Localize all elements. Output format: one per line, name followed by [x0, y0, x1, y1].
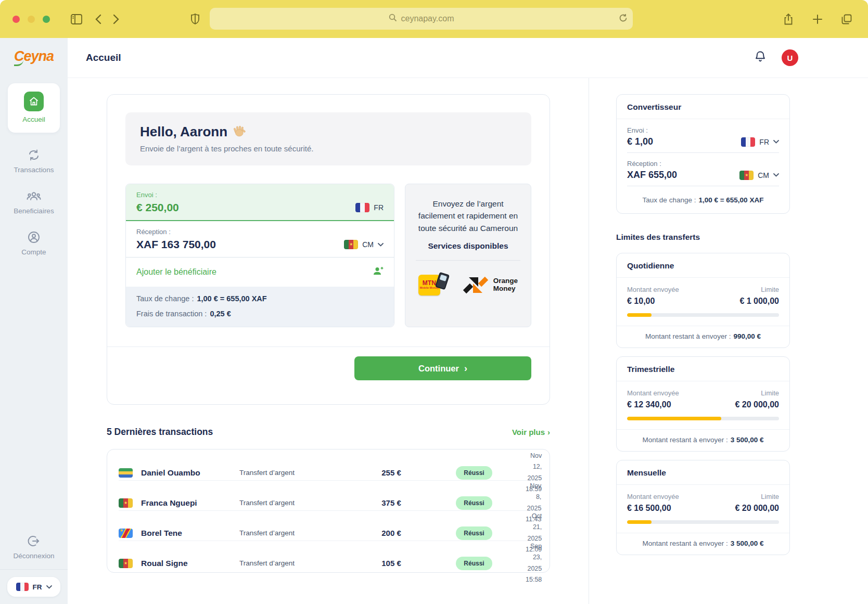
services-blurb: Envoyez de l’argent facilement et rapide…	[415, 198, 521, 234]
waving-hand-icon	[233, 124, 246, 140]
send-field[interactable]: Envoi : € 250,00 FR	[126, 184, 394, 221]
transaction-amount: 375 €	[360, 498, 423, 507]
add-beneficiary-button[interactable]: Ajouter le bénéficiaire	[126, 258, 394, 287]
fee-label: Frais de transaction :	[136, 310, 207, 318]
transaction-row[interactable]: Franca Nguepi Transfert d’argent 375 € R…	[119, 481, 538, 511]
limit-card-mensuelle: Mensuelle Montant envoyée Limite € 16 50…	[616, 460, 790, 555]
transaction-amount: 255 €	[360, 468, 423, 477]
zoom-window-button[interactable]	[43, 16, 50, 23]
chevron-down-icon	[773, 173, 779, 177]
converter-send-field[interactable]: Envoi : € 1,00 FR	[627, 126, 779, 153]
remaining-amount: Montant restant à envoyer :3 500,00 €	[617, 533, 789, 555]
receive-field[interactable]: Réception : XAF 163 750,00 CM	[126, 221, 394, 258]
ceyna-logo: Ceyna	[14, 48, 54, 65]
sidebar-divider	[0, 569, 68, 570]
sidebar-toggle-icon[interactable]	[68, 10, 85, 28]
status-badge: Réussi	[456, 526, 492, 540]
converter-title: Convertisseur	[617, 95, 789, 119]
reload-icon[interactable]	[619, 14, 628, 24]
converter-receive-country-selector[interactable]: CM	[739, 171, 779, 180]
sent-label: Montant envoyée	[627, 389, 679, 397]
user-avatar[interactable]: U	[782, 49, 798, 66]
limit-card-title: Quotidienne	[617, 253, 789, 278]
gabon-flag-icon	[119, 468, 133, 478]
transactions-title: 5 Dernières transactions	[107, 427, 213, 438]
beneficiaries-icon	[27, 189, 41, 203]
send-country-selector[interactable]: FR	[355, 203, 384, 212]
converter-receive-input[interactable]: XAF 655,00	[627, 170, 677, 181]
transfer-card: Hello, Aaronn Envoie de l’argent à tes p…	[107, 94, 550, 405]
chevron-down-icon	[46, 585, 52, 589]
limit-label: Limite	[761, 286, 779, 293]
forward-button[interactable]	[107, 10, 125, 28]
privacy-shield-icon[interactable]	[186, 10, 204, 28]
see-more-link[interactable]: Voir plus ›	[512, 428, 550, 436]
transaction-date: Sep 23, 202515:58	[526, 541, 542, 585]
send-amount-input[interactable]: € 250,00	[136, 201, 179, 214]
share-icon[interactable]	[780, 10, 797, 28]
converter-send-input[interactable]: € 1,00	[627, 136, 653, 147]
continue-button[interactable]: Continuer ›	[354, 356, 531, 380]
sidebar-item-accueil[interactable]: Accueil	[8, 83, 60, 133]
converter-card: Convertisseur Envoi : € 1,00 FR	[616, 94, 790, 214]
receive-country-selector[interactable]: CM	[344, 240, 384, 249]
remaining-value: 3 500,00 €	[731, 539, 764, 547]
limit-card-trimestrielle: Trimestrielle Montant envoyée Limite € 1…	[616, 356, 790, 452]
address-bar[interactable]: ceynapay.com	[210, 8, 633, 30]
greeting-subtitle: Envoie de l’argent à tes proches en tout…	[140, 144, 517, 153]
limit-card-title: Mensuelle	[617, 460, 789, 485]
converter-send-country-selector[interactable]: FR	[741, 137, 779, 147]
limit-label: Limite	[761, 389, 779, 397]
limit-progress-bar	[627, 520, 779, 524]
orange-money-text: Orange	[493, 277, 518, 285]
add-beneficiary-label: Ajouter le bénéficiaire	[136, 267, 216, 277]
transaction-type: Transfert d’argent	[239, 529, 360, 537]
topbar: Accueil U	[68, 38, 868, 78]
logout-label: Déconnexion	[14, 552, 55, 560]
logout-icon	[28, 534, 40, 548]
new-tab-icon[interactable]	[809, 10, 826, 28]
notifications-bell-icon[interactable]	[755, 50, 766, 65]
close-window-button[interactable]	[12, 16, 20, 23]
transaction-name: Daniel Ouambo	[141, 468, 200, 478]
sidebar-item-compte[interactable]: Compte	[21, 230, 46, 256]
continue-label: Continuer	[418, 364, 459, 374]
sidebar-item-transactions[interactable]: Transactions	[14, 148, 54, 174]
transaction-row[interactable]: Borel Tene Transfert d’argent 200 € Réus…	[119, 511, 538, 541]
remaining-amount: Montant restant à envoyer :990,00 €	[617, 326, 789, 348]
sent-value: € 12 340,00	[627, 400, 671, 409]
limit-value: € 1 000,00	[739, 297, 779, 306]
drc-flag-icon	[119, 529, 133, 538]
chevron-down-icon	[773, 140, 779, 144]
status-badge: Réussi	[456, 466, 492, 480]
greeting-text: Hello, Aaronn	[140, 124, 227, 140]
limit-value: € 20 000,00	[735, 400, 779, 409]
language-selector[interactable]: FR	[7, 577, 60, 597]
limit-progress-bar	[627, 417, 779, 420]
transaction-name: Borel Tene	[141, 529, 182, 538]
remaining-label: Montant restant à envoyer :	[642, 436, 727, 444]
orange-money-arrows-icon	[462, 275, 489, 295]
back-button[interactable]	[90, 10, 107, 28]
page-title: Accueil	[86, 52, 121, 63]
sidebar-item-beneficiaires[interactable]: Beneficiaires	[14, 189, 54, 215]
remaining-amount: Montant restant à envoyer :3 500,00 €	[617, 429, 789, 451]
logout-button[interactable]: Déconnexion	[14, 534, 55, 560]
minimize-window-button[interactable]	[28, 16, 35, 23]
france-flag-icon	[741, 137, 755, 147]
converter-receive-field[interactable]: Réception : XAF 655,00 CM	[627, 160, 779, 186]
browser-chrome: ceynapay.com	[0, 0, 868, 38]
limit-card-title: Trimestrielle	[617, 357, 789, 381]
receive-amount-input[interactable]: XAF 163 750,00	[136, 238, 216, 251]
tab-overview-icon[interactable]	[838, 10, 856, 28]
transaction-type: Transfert d’argent	[239, 559, 360, 567]
transaction-row[interactable]: Daniel Ouambo Transfert d’argent 255 € R…	[119, 451, 538, 481]
send-label: Envoi :	[136, 191, 384, 199]
converter-send-label: Envoi :	[627, 126, 779, 134]
transaction-row[interactable]: Roual Signe Transfert d’argent 105 € Réu…	[119, 541, 538, 571]
transaction-name: Roual Signe	[141, 559, 188, 568]
rate-label: Taux de change :	[136, 294, 194, 303]
converter-receive-country-code: CM	[758, 171, 769, 179]
sidebar-item-label: Beneficiaires	[14, 207, 54, 215]
transactions-icon	[28, 148, 40, 162]
